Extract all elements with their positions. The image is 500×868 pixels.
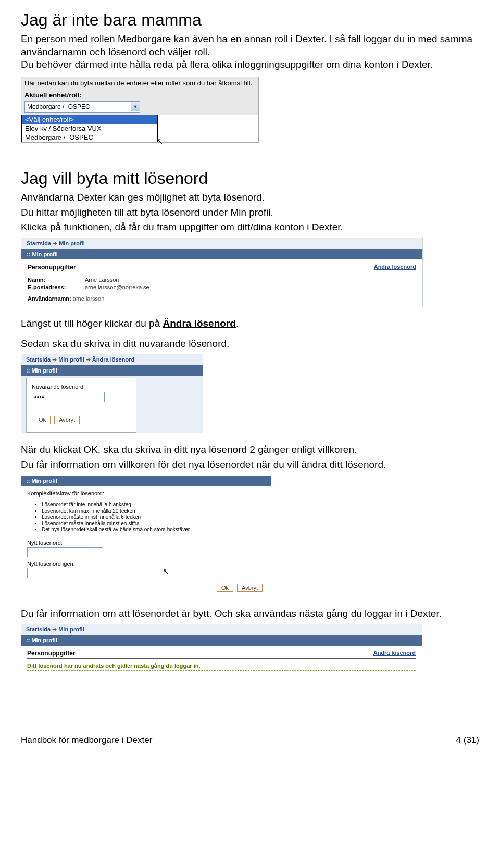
current-password-input[interactable] [32, 392, 105, 402]
password-changed-confirm: Ditt lösenord har nu ändrats och gäller … [27, 663, 416, 671]
ok-button[interactable]: Ok [34, 416, 51, 424]
link-andra-losenord-5[interactable]: Ändra lösenord [373, 650, 416, 656]
footer-title: Handbok för medborgare i Dexter [21, 735, 152, 746]
bc3-andra[interactable]: Ändra lösenord [92, 356, 134, 363]
rule-1: Lösenordet får inte innehålla blanksteg [42, 502, 265, 507]
breadcrumb-3: Startsida ➔ Min profil ➔ Ändra lösenord [21, 354, 203, 365]
role-dropdown: <Välj enhet/roll> Elev kv / Söderforsa V… [21, 115, 158, 142]
p6: Du får information om villkoren för det … [21, 458, 479, 472]
panel-header-3: :: Min profil [21, 365, 203, 376]
current-password-label: Nuvarande lösenord: [32, 383, 131, 390]
p7: Du får information om att lösenordet är … [21, 607, 479, 621]
new-password-again-label: Nytt lösenord igen: [27, 561, 265, 567]
bc-minprofil[interactable]: Min profil [59, 240, 85, 246]
chevron-down-icon: ▼ [131, 102, 140, 111]
username-value: arne.larsson [73, 295, 105, 302]
rule-4: Lösenordet måste innehålla minst en siff… [42, 520, 265, 526]
rule-5: Det nya lösenordet skall bestå av både s… [42, 527, 265, 532]
role-label: Aktuell enhet/roll: [21, 90, 258, 101]
heading-2: Jag vill byta mitt lösenord [21, 169, 479, 188]
username-label: Användarnamn: [28, 295, 71, 302]
section-personuppgifter: Personuppgifter [28, 264, 76, 271]
screenshot-confirm: Startsida ➔ Min profil :: Min profil Per… [21, 624, 422, 688]
bc3-startsida[interactable]: Startsida [26, 356, 51, 363]
email-label: E-postadress: [28, 284, 85, 290]
breadcrumb: Startsida ➔ Min profil [21, 238, 422, 249]
section-personuppgifter-5: Personuppgifter [27, 650, 76, 657]
heading-1: Jag är inte bara mamma [21, 10, 479, 30]
password-rules-list: Lösenordet får inte innehålla blanksteg … [42, 502, 265, 532]
ok-button-2[interactable]: Ok [217, 584, 233, 592]
p4: Sedan ska du skriva in ditt nuvarande lö… [21, 338, 479, 351]
p3: Längst ut till höger klickar du på Ändra… [21, 317, 479, 330]
screenshot-nytt-losenord: :: Min profil Komplexitetskrav för lösen… [21, 476, 271, 597]
bc5-startsida[interactable]: Startsida [26, 626, 51, 633]
intro-paragraph: En person med rollen Medborgare kan även… [21, 33, 479, 71]
bc-startsida[interactable]: Startsida [27, 240, 51, 246]
name-value: Arne Larsson [85, 277, 119, 283]
role-option-placeholder[interactable]: <Välj enhet/roll> [22, 115, 157, 124]
bc3-minprofil[interactable]: Min profil [58, 356, 84, 363]
screenshot-role-selector: Här nedan kan du byta mellan de enheter … [21, 77, 259, 143]
role-select[interactable]: Medborgare / -OSPEC- ▼ [24, 101, 140, 113]
p2c: Klicka på funktionen, då får du fram upp… [21, 221, 479, 234]
breadcrumb-5: Startsida ➔ Min profil [21, 624, 422, 635]
cancel-button-2[interactable]: Avbryt [237, 584, 262, 592]
name-label: Namn: [28, 277, 85, 283]
emph-andra-losenord: Ändra lösenord [163, 318, 236, 329]
screenshot-min-profil: Startsida ➔ Min profil :: Min profil Per… [21, 238, 423, 307]
complexity-title: Komplexitetskrav för lösenord: [27, 490, 265, 497]
screenshot-nuvarande-losenord: Startsida ➔ Min profil ➔ Ändra lösenord … [21, 354, 203, 433]
role-select-value: Medborgare / -OSPEC- [25, 103, 131, 110]
role-instruction: Här nedan kan du byta mellan de enheter … [21, 77, 258, 90]
new-password-input[interactable] [27, 547, 103, 557]
email-value: arne.larsson@norreka.se [85, 284, 149, 290]
new-password-again-input[interactable] [27, 568, 103, 578]
role-option-medborgare[interactable]: Medborgare / -OSPEC- [22, 133, 157, 142]
new-password-label: Nytt lösenord: [27, 540, 265, 546]
panel-header-4: :: Min profil [21, 476, 271, 486]
panel-header-5: :: Min profil [21, 635, 422, 646]
cancel-button[interactable]: Avbryt [54, 416, 80, 424]
p2a: Användarna Dexter kan ges möjlighet att … [21, 191, 479, 204]
p2b: Du hittar möjligheten till att byta löse… [21, 206, 479, 219]
footer-page: 4 (31) [456, 735, 479, 746]
panel-header: :: Min profil [21, 249, 422, 259]
role-option-elev[interactable]: Elev kv / Söderforsa VUX [22, 124, 157, 133]
p5: När du klickat OK, ska du skriva in ditt… [21, 443, 479, 456]
rule-2: Lösenordet kan max innehålla 20 tecken [42, 508, 265, 514]
link-andra-losenord[interactable]: Ändra lösenord [374, 264, 416, 270]
bc5-minprofil[interactable]: Min profil [58, 626, 84, 633]
rule-3: Lösenordet måste minst innehålla 6 tecke… [42, 514, 265, 520]
